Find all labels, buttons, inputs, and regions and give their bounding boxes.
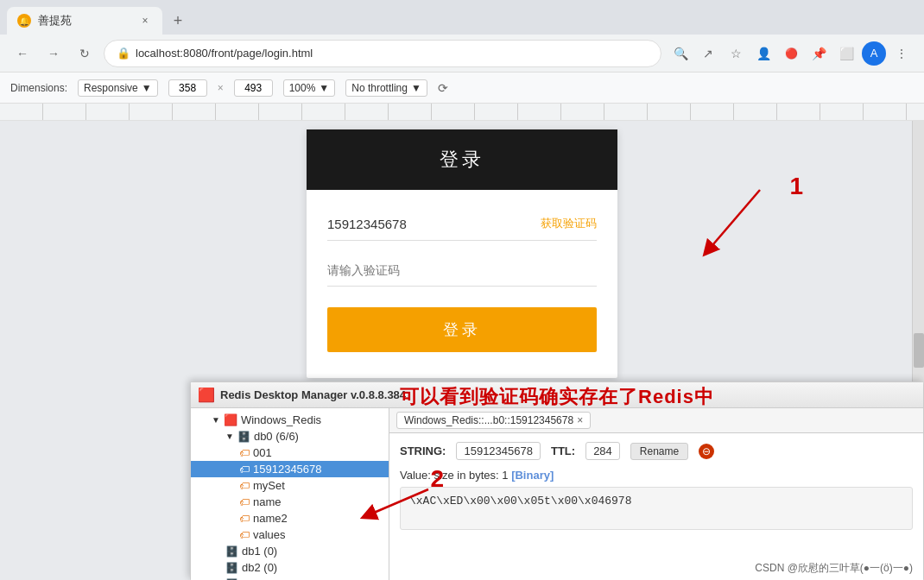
detail-tab-label: Windows_Redis::...b0::15912345678 (404, 414, 573, 426)
ttl-label: TTL: (551, 444, 575, 457)
responsive-select[interactable]: Responsive ▼ (78, 79, 158, 97)
value-label: Value: (400, 469, 431, 482)
num1-label: 1 (789, 173, 803, 200)
detail-tab[interactable]: Windows_Redis::...b0::15912345678 × (396, 412, 591, 429)
detail-tab-bar: Windows_Redis::...b0::15912345678 × (389, 408, 923, 433)
login-title: 登录 (440, 148, 484, 170)
detail-content: STRING: 15912345678 TTL: 284 Rename ⊖ Va… (389, 433, 923, 580)
throttle-chevron: ▼ (411, 82, 421, 94)
redis-app-icon: 🟥 (198, 387, 215, 403)
svg-line-1 (708, 190, 760, 250)
zoom-label: 100% (289, 82, 316, 94)
type-label: STRING: (400, 444, 446, 457)
detail-tab-close[interactable]: × (577, 414, 583, 426)
rename-button[interactable]: Rename (630, 443, 688, 460)
height-input[interactable] (234, 79, 273, 97)
zoom-select[interactable]: 100% ▼ (283, 79, 336, 97)
tree-item-phone[interactable]: 🏷 15912345678 (191, 461, 389, 477)
ruler (0, 104, 924, 121)
type-value: 15912345678 (456, 442, 541, 460)
tree-name2: name2 (253, 512, 288, 525)
throttle-label: No throttling (351, 82, 408, 94)
tree-myset: mySet (253, 479, 285, 492)
pin-icon[interactable]: 📌 (807, 41, 831, 66)
menu-icon[interactable]: ⋮ (889, 41, 914, 66)
svg-line-3 (368, 489, 428, 515)
browser-tab[interactable]: 善提苑 × (7, 7, 162, 35)
redis-manager: 🟥 Redis Desktop Manager v.0.8.8.384 可以看到… (190, 381, 924, 580)
cast-icon[interactable]: ⬜ (834, 41, 858, 66)
tree-item-expand[interactable]: ▼ 🟥 Windows_Redis (191, 412, 389, 428)
profile-avatar[interactable]: A (862, 41, 886, 66)
delete-button[interactable]: ⊖ (699, 444, 714, 459)
tab-favicon (17, 14, 31, 28)
extension-icon[interactable]: 🔴 (779, 41, 803, 66)
tab-title: 善提苑 (38, 13, 131, 28)
lock-icon: 🔒 (117, 47, 130, 60)
tree-item-001[interactable]: 🏷 001 (191, 444, 389, 461)
back-button[interactable]: ← (10, 41, 35, 66)
dimension-separator: × (218, 82, 224, 94)
login-card: 登录 15912345678 获取验证码 登录 (307, 129, 617, 378)
tab-close-button[interactable]: × (138, 14, 152, 28)
tree-item-db0[interactable]: ▼ 🗄️ db0 (6/6) (191, 428, 389, 444)
login-button[interactable]: 登录 (327, 307, 597, 352)
scrollbar-thumb[interactable] (914, 333, 924, 368)
account-icon[interactable]: 👤 (751, 41, 775, 66)
rotate-icon[interactable]: ⟳ (438, 81, 448, 95)
string-type-row: STRING: 15912345678 TTL: 284 Rename ⊖ (400, 442, 913, 460)
zoom-chevron: ▼ (319, 82, 329, 94)
redis-body: ▼ 🟥 Windows_Redis ▼ 🗄️ db0 (6/6) 🏷 001 🏷… (191, 408, 923, 580)
value-type-badge: [Binary] (511, 469, 554, 482)
num2-label: 2 (430, 465, 444, 493)
phone-row: 15912345678 获取验证码 (327, 207, 597, 241)
share-icon[interactable]: ↗ (696, 41, 720, 66)
tab-bar: 善提苑 × + (0, 0, 924, 35)
tree-001: 001 (253, 446, 272, 459)
tree-item-db3[interactable]: 🗄️ db3 (0) (191, 576, 389, 580)
bookmark-icon[interactable]: ☆ (724, 41, 748, 66)
watermark-text: CSDN @欣慰的三叶草(●一(ö)一●) (755, 562, 913, 574)
responsive-chevron: ▼ (142, 82, 152, 94)
value-content: \xAC\xED\x00\x00\x05t\x00\x046978 (409, 495, 631, 508)
redis-manager-title: Redis Desktop Manager v.0.8.8.384 (220, 388, 406, 401)
throttle-select[interactable]: No throttling ▼ (345, 79, 427, 97)
ttl-value: 284 (585, 442, 620, 460)
tree-item-db2[interactable]: 🗄️ db2 (0) (191, 559, 389, 576)
annotation-arrow-2: 2 (359, 481, 437, 536)
forward-button[interactable]: → (41, 41, 66, 66)
tree-root-label: Windows_Redis (241, 413, 321, 426)
tree-db1: db1 (0) (242, 545, 277, 558)
tree-phone: 15912345678 (253, 463, 322, 476)
address-bar[interactable]: 🔒 localhost:8080/front/page/login.html (104, 40, 661, 67)
value-box: \xAC\xED\x00\x00\x05t\x00\x046978 (400, 487, 913, 530)
tree-db2: db2 (0) (242, 561, 277, 574)
phone-number: 15912345678 (327, 217, 407, 231)
tree-db0-label: db0 (6/6) (254, 430, 299, 443)
browser-toolbar: ← → ↻ 🔒 localhost:8080/front/page/login.… (0, 35, 924, 72)
tree-name: name (253, 495, 282, 508)
value-label-row: Value: size in bytes: 1 [Binary] (400, 469, 913, 482)
login-body: 15912345678 获取验证码 登录 (307, 190, 617, 378)
dimensions-label: Dimensions: (10, 82, 67, 94)
value-size: size in bytes: 1 (434, 469, 509, 482)
redis-titlebar: 🟥 Redis Desktop Manager v.0.8.8.384 (191, 382, 923, 408)
get-code-button[interactable]: 获取验证码 (541, 216, 597, 231)
code-input[interactable] (327, 255, 597, 287)
detail-panel: Windows_Redis::...b0::15912345678 × STRI… (389, 408, 923, 580)
tree-values: values (253, 528, 286, 541)
address-text: localhost:8080/front/page/login.html (136, 47, 313, 60)
watermark: CSDN @欣慰的三叶草(●一(ö)一●) (755, 561, 913, 576)
toolbar-icons: 🔍 ↗ ☆ 👤 🔴 📌 ⬜ A ⋮ (668, 41, 914, 66)
tree-item-db1[interactable]: 🗄️ db1 (0) (191, 543, 389, 559)
responsive-label: Responsive (84, 82, 138, 94)
width-input[interactable] (168, 79, 207, 97)
refresh-button[interactable]: ↻ (73, 41, 97, 66)
new-tab-button[interactable]: + (166, 9, 190, 33)
login-header: 登录 (307, 129, 617, 190)
search-icon[interactable]: 🔍 (668, 41, 693, 66)
device-toolbar: Dimensions: Responsive ▼ × 100% ▼ No thr… (0, 72, 924, 104)
content-area: 登录 15912345678 获取验证码 登录 (0, 121, 924, 580)
